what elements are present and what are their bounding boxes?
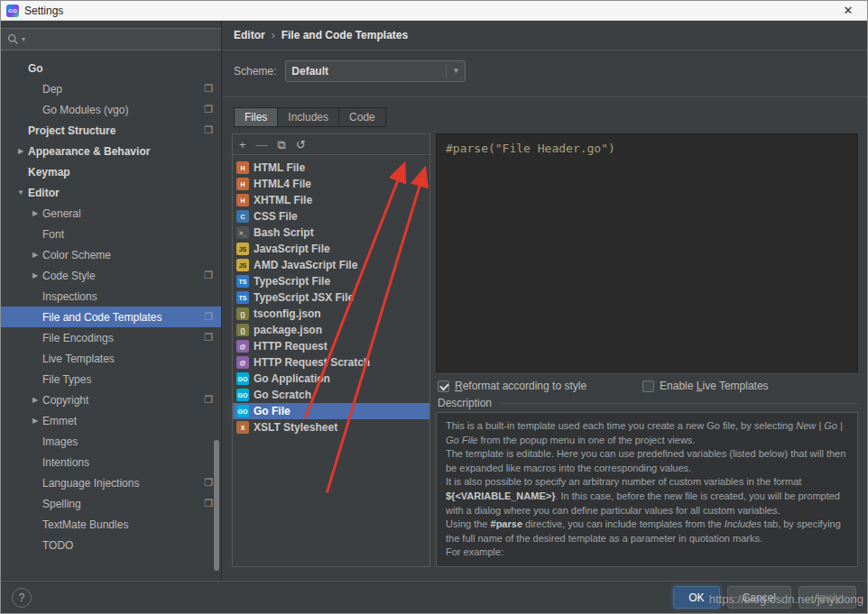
sidebar-item-go-modules-vgo[interactable]: Go Modules (vgo)❐ <box>1 99 221 120</box>
sidebar-item-intentions[interactable]: Intentions <box>1 452 221 472</box>
template-item-javascript-file[interactable]: JSJavaScript File <box>233 241 429 257</box>
template-item-css-file[interactable]: CCSS File <box>233 208 429 225</box>
breadcrumb: Editor › File and Code Templates <box>223 21 867 50</box>
bash-file-icon: >_ <box>236 226 249 239</box>
sidebar-item-live-templates[interactable]: Live Templates <box>1 348 221 369</box>
reset-icon[interactable]: ↺ <box>296 139 306 151</box>
sidebar-item-file-encodings[interactable]: File Encodings❐ <box>1 327 221 348</box>
sidebar-item-label: Spelling <box>42 498 81 510</box>
template-item-go-file[interactable]: GOGo File <box>233 403 429 419</box>
template-item-label: Go Application <box>254 372 330 385</box>
chevron-right-icon[interactable]: ▶ <box>28 271 42 280</box>
checked-checkbox-icon <box>438 380 449 392</box>
sidebar-item-color-scheme[interactable]: ▶Color Scheme <box>1 244 221 265</box>
template-item-label: tsconfig.json <box>254 307 321 320</box>
breadcrumb-editor[interactable]: Editor <box>234 29 265 41</box>
template-item-typescript-file[interactable]: TSTypeScript File <box>233 273 429 289</box>
js-file-icon: JS <box>236 243 249 255</box>
checkbox-enable-live-templates[interactable]: Enable Live Templates <box>642 380 769 392</box>
per-project-icon: ❐ <box>204 104 213 115</box>
sidebar-item-textmate-bundles[interactable]: TextMate Bundles <box>1 514 221 535</box>
sidebar-item-dep[interactable]: Dep❐ <box>1 78 221 99</box>
checkbox-label: Enable Live Templates <box>660 380 769 392</box>
sidebar-item-spelling[interactable]: Spelling❐ <box>1 493 221 514</box>
template-item-xhtml-file[interactable]: HXHTML File <box>233 192 429 208</box>
template-item-package-json[interactable]: {}package.json <box>233 322 429 338</box>
sidebar-item-todo[interactable]: TODO <box>1 535 221 555</box>
template-item-go-scratch[interactable]: GOGo Scratch <box>233 387 429 403</box>
sidebar: ▾ GoDep❐Go Modules (vgo)❐Project Structu… <box>1 21 222 581</box>
template-item-html-file[interactable]: HHTML File <box>233 160 429 176</box>
remove-icon[interactable]: — <box>256 139 268 151</box>
sidebar-item-label: Inspections <box>42 290 97 303</box>
template-item-label: JavaScript File <box>254 243 330 255</box>
template-item-tsconfig-json[interactable]: {}tsconfig.json <box>233 306 429 322</box>
json-file-icon: {} <box>236 307 249 320</box>
per-project-icon: ❐ <box>204 124 213 136</box>
sidebar-item-file-and-code-templates[interactable]: File and Code Templates❐ <box>1 307 221 327</box>
sidebar-item-label: Color Scheme <box>42 249 111 261</box>
html-file-icon: H <box>236 194 249 206</box>
sidebar-item-general[interactable]: ▶General <box>1 203 221 224</box>
http-file-icon: @ <box>236 340 249 353</box>
per-project-icon: ❐ <box>204 394 213 406</box>
template-item-amd-javascript-file[interactable]: JSAMD JavaScript File <box>233 257 429 273</box>
scheme-select[interactable]: Default ▼ <box>285 60 466 82</box>
template-item-typescript-jsx-file[interactable]: TSTypeScript JSX File <box>233 289 429 306</box>
description-paragraph: This is a built-in template used each ti… <box>446 419 848 447</box>
template-editor[interactable]: #parse("File Header.go") <box>436 133 858 372</box>
copy-icon[interactable]: ⧉ <box>278 139 286 151</box>
sidebar-item-code-style[interactable]: ▶Code Style❐ <box>1 265 221 286</box>
sidebar-scrollbar[interactable] <box>214 440 219 571</box>
tab-code[interactable]: Code <box>338 107 386 127</box>
sidebar-item-label: Dep <box>42 83 62 96</box>
template-item-bash-script[interactable]: >_Bash Script <box>233 225 429 241</box>
help-button[interactable]: ? <box>12 588 32 608</box>
template-item-label: TypeScript JSX File <box>254 291 354 304</box>
tab-includes[interactable]: Includes <box>277 107 339 127</box>
watermark: https://blog.csdn.net/jinyidong <box>709 592 863 606</box>
sidebar-item-file-types[interactable]: File Types <box>1 369 221 389</box>
xslt-file-icon: X <box>236 421 249 434</box>
sidebar-item-label: General <box>42 207 81 220</box>
template-item-html4-file[interactable]: HHTML4 File <box>233 176 429 192</box>
template-item-label: HTTP Request <box>254 340 328 353</box>
sidebar-item-emmet[interactable]: ▶Emmet <box>1 410 221 431</box>
description-label: Description <box>438 397 858 409</box>
go-file-icon: GO <box>236 389 249 401</box>
chevron-down-icon[interactable]: ▼ <box>14 188 28 197</box>
template-item-label: AMD JavaScript File <box>254 259 357 271</box>
close-icon[interactable]: ✕ <box>835 4 862 17</box>
sidebar-item-editor[interactable]: ▼Editor <box>1 182 221 203</box>
tab-files[interactable]: Files <box>234 107 278 127</box>
chevron-right-icon[interactable]: ▶ <box>28 417 42 425</box>
sidebar-item-label: Copyright <box>42 394 88 407</box>
template-item-http-request[interactable]: @HTTP Request <box>233 338 429 354</box>
chevron-right-icon[interactable]: ▶ <box>14 147 28 155</box>
sidebar-item-images[interactable]: Images <box>1 431 221 452</box>
checkbox-reformat-according-to-style[interactable]: Reformat according to style <box>438 380 586 392</box>
sidebar-item-project-structure[interactable]: Project Structure❐ <box>1 120 221 141</box>
checkbox-label: Reformat according to style <box>455 380 586 392</box>
chevron-right-icon[interactable]: ▶ <box>28 251 42 259</box>
chevron-right-icon[interactable]: ▶ <box>28 396 42 404</box>
search-input[interactable]: ▾ <box>1 28 221 50</box>
template-item-xslt-stylesheet[interactable]: XXSLT Stylesheet <box>233 419 429 435</box>
sidebar-item-inspections[interactable]: Inspections <box>1 286 221 307</box>
separator <box>223 96 867 97</box>
sidebar-item-go[interactable]: Go <box>1 58 221 78</box>
sidebar-item-keymap[interactable]: Keymap <box>1 161 221 182</box>
sidebar-item-label: TextMate Bundles <box>42 518 128 531</box>
sidebar-item-language-injections[interactable]: Language Injections❐ <box>1 472 221 493</box>
per-project-icon: ❐ <box>204 498 213 509</box>
breadcrumb-current: File and Code Templates <box>282 29 408 41</box>
sidebar-item-appearance-behavior[interactable]: ▶Appearance & Behavior <box>1 141 221 161</box>
template-item-label: CSS File <box>254 210 298 223</box>
scheme-label: Scheme: <box>234 65 276 78</box>
add-icon[interactable]: + <box>239 139 246 151</box>
sidebar-item-copyright[interactable]: ▶Copyright❐ <box>1 389 221 410</box>
template-item-http-request-scratch[interactable]: @HTTP Request Scratch <box>233 354 429 371</box>
chevron-right-icon[interactable]: ▶ <box>28 209 42 217</box>
sidebar-item-font[interactable]: Font <box>1 224 221 244</box>
template-item-go-application[interactable]: GOGo Application <box>233 371 429 387</box>
